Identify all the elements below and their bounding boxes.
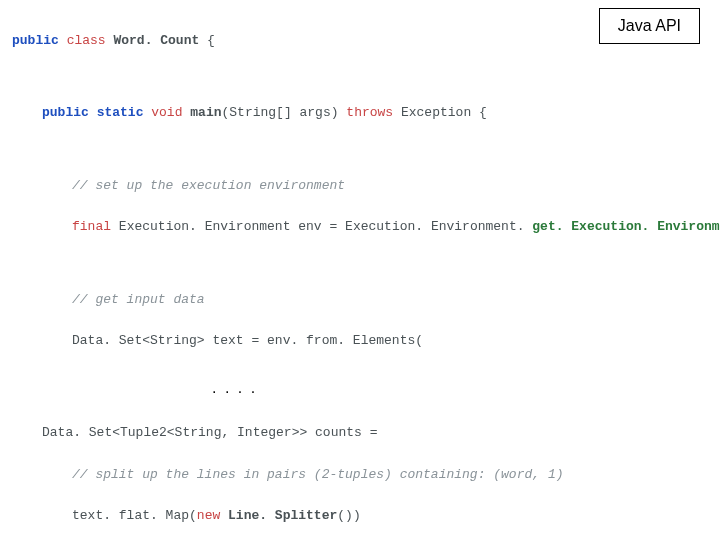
classname: Line. Splitter bbox=[220, 508, 337, 523]
decl: Data. Set<String> text = env. bbox=[72, 333, 306, 348]
code-line: text. flat. Map(new Line. Splitter()) bbox=[12, 506, 708, 527]
kw: new bbox=[197, 508, 220, 523]
method-call: flat. Map bbox=[119, 508, 189, 523]
txt: text. bbox=[72, 508, 119, 523]
api-label-text: Java API bbox=[618, 17, 681, 34]
method-call: get. Execution. Environment bbox=[532, 219, 720, 234]
kw: static bbox=[97, 105, 144, 120]
comment: // set up the execution environment bbox=[12, 176, 708, 197]
type: Exception bbox=[401, 105, 471, 120]
code-line: final Execution. Environment env = Execu… bbox=[12, 217, 708, 238]
punc: ()) bbox=[337, 508, 360, 523]
kw: void bbox=[151, 105, 182, 120]
brace: { bbox=[471, 105, 487, 120]
method-name: main bbox=[190, 105, 221, 120]
kw: public bbox=[42, 105, 89, 120]
classname: Word. Count bbox=[113, 33, 199, 48]
comment: // get input data bbox=[12, 290, 708, 311]
punc: ( bbox=[415, 333, 423, 348]
api-label-box: Java API bbox=[599, 8, 700, 44]
kw: class bbox=[67, 33, 106, 48]
decl: Execution. Environment env bbox=[119, 219, 322, 234]
ellipsis: . . . . bbox=[212, 373, 708, 403]
method-call: from. Elements bbox=[306, 333, 415, 348]
code-line: public static void main(String[] args) t… bbox=[12, 103, 708, 124]
code-line: Data. Set<Tuple2<String, Integer>> count… bbox=[12, 423, 708, 444]
eq: = Execution. Environment. bbox=[322, 219, 533, 234]
punc: ( bbox=[189, 508, 197, 523]
code-block: public class Word. Count { public static… bbox=[12, 10, 708, 373]
code-line: Data. Set<String> text = env. from. Elem… bbox=[12, 331, 708, 352]
code-block: Data. Set<Tuple2<String, Integer>> count… bbox=[12, 402, 708, 540]
params: (String[] args) bbox=[222, 105, 339, 120]
comment: // split up the lines in pairs (2-tuples… bbox=[12, 465, 708, 486]
kw: throws bbox=[346, 105, 393, 120]
kw: final bbox=[72, 219, 111, 234]
kw: public bbox=[12, 33, 59, 48]
decl: Data. Set<Tuple2<String, Integer>> count… bbox=[42, 425, 377, 440]
brace: { bbox=[199, 33, 215, 48]
